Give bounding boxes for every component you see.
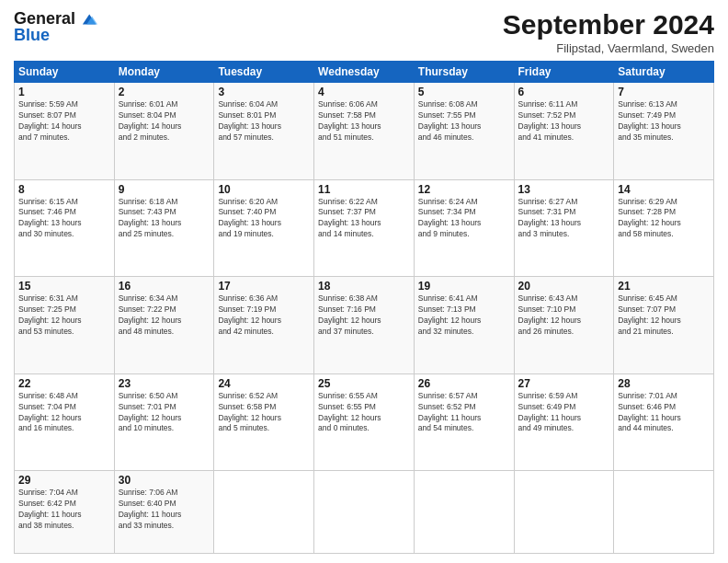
- title-block: September 2024 Filipstad, Vaermland, Swe…: [503, 9, 714, 55]
- day-number: 10: [218, 183, 310, 196]
- day-number: 7: [618, 86, 710, 98]
- page: General Blue September 2024 Filipstad, V…: [0, 0, 728, 563]
- day-info: Sunrise: 7:04 AM Sunset: 6:42 PM Dayligh…: [18, 488, 110, 532]
- calendar-day-cell: 7Sunrise: 6:13 AM Sunset: 7:49 PM Daylig…: [614, 83, 714, 180]
- calendar-day-cell: 29Sunrise: 7:04 AM Sunset: 6:42 PM Dayli…: [15, 471, 115, 554]
- day-number: 22: [18, 377, 110, 390]
- day-info: Sunrise: 6:34 AM Sunset: 7:22 PM Dayligh…: [119, 293, 210, 338]
- calendar-day-cell: 1Sunrise: 5:59 AM Sunset: 8:07 PM Daylig…: [15, 83, 115, 180]
- calendar-week-row: 1Sunrise: 5:59 AM Sunset: 8:07 PM Daylig…: [15, 83, 714, 180]
- calendar-day-cell: 30Sunrise: 7:06 AM Sunset: 6:40 PM Dayli…: [114, 471, 214, 554]
- calendar-day-cell: 5Sunrise: 6:08 AM Sunset: 7:55 PM Daylig…: [414, 83, 514, 180]
- day-info: Sunrise: 6:29 AM Sunset: 7:28 PM Dayligh…: [618, 197, 710, 241]
- day-number: 12: [418, 183, 510, 196]
- day-number: 21: [618, 280, 710, 293]
- day-info: Sunrise: 6:50 AM Sunset: 7:01 PM Dayligh…: [119, 391, 210, 435]
- day-info: Sunrise: 6:06 AM Sunset: 7:58 PM Dayligh…: [318, 99, 410, 144]
- calendar-day-cell: 22Sunrise: 6:48 AM Sunset: 7:04 PM Dayli…: [15, 373, 115, 471]
- calendar-day-cell: 18Sunrise: 6:38 AM Sunset: 7:16 PM Dayli…: [314, 277, 415, 374]
- calendar: SundayMondayTuesdayWednesdayThursdayFrid…: [14, 61, 714, 554]
- day-info: Sunrise: 6:59 AM Sunset: 6:49 PM Dayligh…: [518, 391, 610, 435]
- day-number: 5: [418, 86, 510, 98]
- day-info: Sunrise: 6:20 AM Sunset: 7:40 PM Dayligh…: [218, 197, 310, 241]
- logo: General Blue: [14, 9, 97, 45]
- calendar-day-cell: 3Sunrise: 6:04 AM Sunset: 8:01 PM Daylig…: [214, 83, 314, 180]
- calendar-week-row: 22Sunrise: 6:48 AM Sunset: 7:04 PM Dayli…: [15, 373, 714, 471]
- weekday-header-cell: Monday: [114, 62, 214, 83]
- calendar-day-cell: 23Sunrise: 6:50 AM Sunset: 7:01 PM Dayli…: [114, 373, 214, 471]
- calendar-day-cell: 12Sunrise: 6:24 AM Sunset: 7:34 PM Dayli…: [414, 179, 514, 277]
- day-number: 1: [18, 86, 110, 98]
- calendar-day-cell: 4Sunrise: 6:06 AM Sunset: 7:58 PM Daylig…: [314, 83, 415, 180]
- day-number: 6: [518, 86, 610, 98]
- calendar-day-cell: 16Sunrise: 6:34 AM Sunset: 7:22 PM Dayli…: [114, 277, 214, 374]
- day-info: Sunrise: 6:11 AM Sunset: 7:52 PM Dayligh…: [518, 99, 610, 144]
- day-info: Sunrise: 6:08 AM Sunset: 7:55 PM Dayligh…: [418, 99, 510, 144]
- weekday-header-cell: Saturday: [614, 62, 714, 83]
- day-number: 2: [119, 86, 210, 98]
- day-info: Sunrise: 6:22 AM Sunset: 7:37 PM Dayligh…: [318, 197, 410, 241]
- weekday-header-cell: Sunday: [15, 62, 115, 83]
- calendar-day-cell: [614, 471, 714, 554]
- day-number: 17: [218, 280, 310, 293]
- calendar-day-cell: [214, 471, 314, 554]
- day-info: Sunrise: 7:01 AM Sunset: 6:46 PM Dayligh…: [618, 391, 710, 435]
- day-number: 15: [18, 280, 110, 293]
- calendar-day-cell: 9Sunrise: 6:18 AM Sunset: 7:43 PM Daylig…: [114, 179, 214, 277]
- calendar-day-cell: 24Sunrise: 6:52 AM Sunset: 6:58 PM Dayli…: [214, 373, 314, 471]
- day-number: 9: [119, 183, 210, 196]
- weekday-header-cell: Thursday: [414, 62, 514, 83]
- header: General Blue September 2024 Filipstad, V…: [14, 9, 714, 55]
- calendar-day-cell: 2Sunrise: 6:01 AM Sunset: 8:04 PM Daylig…: [114, 83, 214, 180]
- day-info: Sunrise: 7:06 AM Sunset: 6:40 PM Dayligh…: [119, 488, 210, 532]
- weekday-header-cell: Wednesday: [314, 62, 415, 83]
- calendar-day-cell: 8Sunrise: 6:15 AM Sunset: 7:46 PM Daylig…: [15, 179, 115, 277]
- day-info: Sunrise: 6:55 AM Sunset: 6:55 PM Dayligh…: [318, 391, 410, 435]
- day-number: 30: [119, 474, 210, 487]
- day-info: Sunrise: 6:41 AM Sunset: 7:13 PM Dayligh…: [418, 293, 510, 338]
- day-info: Sunrise: 6:24 AM Sunset: 7:34 PM Dayligh…: [418, 197, 510, 241]
- calendar-day-cell: 10Sunrise: 6:20 AM Sunset: 7:40 PM Dayli…: [214, 179, 314, 277]
- day-number: 3: [218, 86, 310, 98]
- calendar-day-cell: 11Sunrise: 6:22 AM Sunset: 7:37 PM Dayli…: [314, 179, 415, 277]
- calendar-day-cell: [514, 471, 614, 554]
- day-number: 18: [318, 280, 410, 293]
- day-info: Sunrise: 6:01 AM Sunset: 8:04 PM Dayligh…: [119, 99, 210, 144]
- day-info: Sunrise: 6:45 AM Sunset: 7:07 PM Dayligh…: [618, 293, 710, 338]
- location-title: Filipstad, Vaermland, Sweden: [503, 41, 714, 55]
- calendar-day-cell: 21Sunrise: 6:45 AM Sunset: 7:07 PM Dayli…: [614, 277, 714, 374]
- calendar-day-cell: [414, 471, 514, 554]
- day-info: Sunrise: 6:57 AM Sunset: 6:52 PM Dayligh…: [418, 391, 510, 435]
- day-info: Sunrise: 6:04 AM Sunset: 8:01 PM Dayligh…: [218, 99, 310, 144]
- day-info: Sunrise: 5:59 AM Sunset: 8:07 PM Dayligh…: [18, 99, 110, 144]
- logo-icon: [77, 9, 97, 29]
- day-info: Sunrise: 6:52 AM Sunset: 6:58 PM Dayligh…: [218, 391, 310, 435]
- day-info: Sunrise: 6:38 AM Sunset: 7:16 PM Dayligh…: [318, 293, 410, 338]
- weekday-header-row: SundayMondayTuesdayWednesdayThursdayFrid…: [15, 62, 714, 83]
- calendar-body: 1Sunrise: 5:59 AM Sunset: 8:07 PM Daylig…: [15, 83, 714, 554]
- day-number: 29: [18, 474, 110, 487]
- day-info: Sunrise: 6:48 AM Sunset: 7:04 PM Dayligh…: [18, 391, 110, 435]
- calendar-day-cell: [314, 471, 415, 554]
- day-number: 20: [518, 280, 610, 293]
- day-info: Sunrise: 6:36 AM Sunset: 7:19 PM Dayligh…: [218, 293, 310, 338]
- day-number: 13: [518, 183, 610, 196]
- calendar-day-cell: 6Sunrise: 6:11 AM Sunset: 7:52 PM Daylig…: [514, 83, 614, 180]
- day-number: 19: [418, 280, 510, 293]
- day-number: 23: [119, 377, 210, 390]
- calendar-day-cell: 14Sunrise: 6:29 AM Sunset: 7:28 PM Dayli…: [614, 179, 714, 277]
- day-number: 11: [318, 183, 410, 196]
- calendar-day-cell: 13Sunrise: 6:27 AM Sunset: 7:31 PM Dayli…: [514, 179, 614, 277]
- calendar-day-cell: 25Sunrise: 6:55 AM Sunset: 6:55 PM Dayli…: [314, 373, 415, 471]
- day-info: Sunrise: 6:13 AM Sunset: 7:49 PM Dayligh…: [618, 99, 710, 144]
- day-number: 4: [318, 86, 410, 98]
- day-info: Sunrise: 6:15 AM Sunset: 7:46 PM Dayligh…: [18, 197, 110, 241]
- calendar-day-cell: 15Sunrise: 6:31 AM Sunset: 7:25 PM Dayli…: [15, 277, 115, 374]
- calendar-day-cell: 27Sunrise: 6:59 AM Sunset: 6:49 PM Dayli…: [514, 373, 614, 471]
- weekday-header-cell: Friday: [514, 62, 614, 83]
- day-number: 16: [119, 280, 210, 293]
- calendar-day-cell: 17Sunrise: 6:36 AM Sunset: 7:19 PM Dayli…: [214, 277, 314, 374]
- calendar-week-row: 8Sunrise: 6:15 AM Sunset: 7:46 PM Daylig…: [15, 179, 714, 277]
- calendar-week-row: 15Sunrise: 6:31 AM Sunset: 7:25 PM Dayli…: [15, 277, 714, 374]
- day-number: 24: [218, 377, 310, 390]
